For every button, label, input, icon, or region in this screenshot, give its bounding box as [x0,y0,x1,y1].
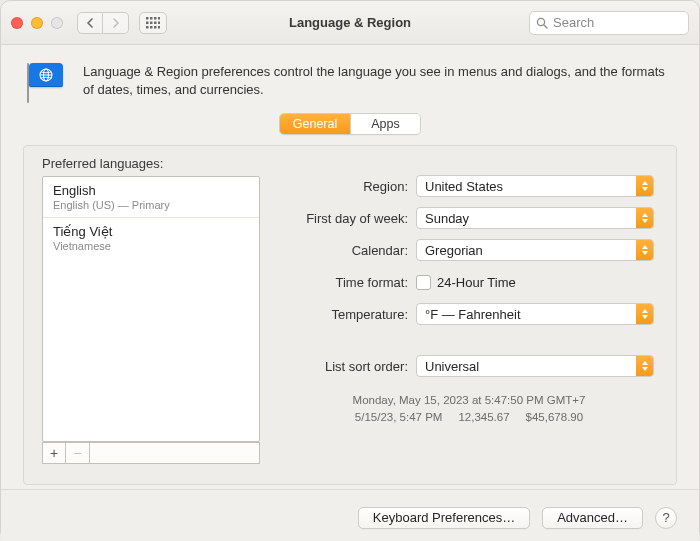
keyboard-preferences-button[interactable]: Keyboard Preferences… [358,507,530,529]
example-long-date: Monday, May 15, 2023 at 5:47:50 PM GMT+7 [284,392,654,409]
chevrons-updown-icon [636,240,653,260]
svg-rect-9 [150,26,153,29]
svg-rect-6 [154,21,157,24]
remove-language-button[interactable]: − [66,442,90,464]
example-currency: $45,678.90 [526,411,584,423]
language-name: English [53,183,249,198]
svg-rect-10 [154,26,157,29]
svg-rect-7 [158,21,160,24]
svg-line-13 [544,25,547,28]
search-placeholder: Search [553,15,594,30]
chevrons-updown-icon [636,304,653,324]
svg-rect-4 [146,21,149,24]
svg-rect-8 [146,26,149,29]
list-footer-bar [90,442,260,464]
add-language-button[interactable]: + [42,442,66,464]
preferred-languages-list[interactable]: English English (US) — Primary Tiếng Việ… [42,176,260,442]
svg-rect-1 [150,17,153,20]
calendar-label: Calendar: [284,243,416,258]
language-detail: English (US) — Primary [53,199,249,211]
first-day-popup[interactable]: Sunday [416,207,654,229]
region-popup[interactable]: United States [416,175,654,197]
general-panel: Preferred languages: English English (US… [23,145,677,485]
sort-order-popup[interactable]: Universal [416,355,654,377]
temperature-label: Temperature: [284,307,416,322]
language-name: Tiếng Việt [53,224,249,239]
show-all-button[interactable] [139,12,167,34]
back-button[interactable] [77,12,103,34]
chevrons-updown-icon [636,208,653,228]
grid-icon [146,17,160,29]
temperature-value: °F — Fahrenheit [425,307,521,322]
svg-rect-11 [158,26,160,29]
tab-general[interactable]: General [280,114,350,134]
globe-icon [37,66,55,84]
chevron-left-icon [86,18,94,28]
preferred-languages-label: Preferred languages: [42,156,163,171]
nav-back-forward [77,12,129,34]
chevrons-updown-icon [636,356,653,376]
pane-header: Language & Region preferences control th… [1,45,699,109]
close-window-button[interactable] [11,17,23,29]
svg-point-12 [537,18,544,25]
svg-rect-2 [154,17,157,20]
preferences-window: Language & Region Search Language & Regi… [0,0,700,541]
advanced-button[interactable]: Advanced… [542,507,643,529]
forward-button[interactable] [103,12,129,34]
pane-description: Language & Region preferences control th… [83,59,677,98]
language-detail: Vietnamese [53,240,249,252]
zoom-window-button[interactable] [51,17,63,29]
sort-order-value: Universal [425,359,479,374]
time-format-label: Time format: [284,275,416,290]
search-field[interactable]: Search [529,11,689,35]
24hour-checkbox-label: 24-Hour Time [437,275,516,290]
region-label: Region: [284,179,416,194]
settings-form: Region: United States First day of week:… [284,174,654,427]
svg-rect-5 [150,21,153,24]
first-day-label: First day of week: [284,211,416,226]
sort-order-label: List sort order: [284,359,416,374]
example-short-date: 5/15/23, 5:47 PM [355,411,443,423]
calendar-value: Gregorian [425,243,483,258]
svg-rect-3 [158,17,160,20]
chevrons-updown-icon [636,176,653,196]
temperature-popup[interactable]: °F — Fahrenheit [416,303,654,325]
list-item[interactable]: Tiếng Việt Vietnamese [43,217,259,258]
chevron-right-icon [112,18,120,28]
svg-rect-0 [146,17,149,20]
tab-apps[interactable]: Apps [350,114,420,134]
24hour-checkbox[interactable] [416,275,431,290]
calendar-popup[interactable]: Gregorian [416,239,654,261]
tab-bar: General Apps [1,109,699,145]
minimize-window-button[interactable] [31,17,43,29]
help-button[interactable]: ? [655,507,677,529]
list-item[interactable]: English English (US) — Primary [43,177,259,217]
first-day-value: Sunday [425,211,469,226]
footer: Keyboard Preferences… Advanced… ? [1,489,699,541]
example-number: 12,345.67 [458,411,509,423]
titlebar: Language & Region Search [1,1,699,45]
traffic-lights [11,17,63,29]
language-region-icon [23,59,67,103]
region-value: United States [425,179,503,194]
list-controls: + − [42,442,260,464]
format-examples: Monday, May 15, 2023 at 5:47:50 PM GMT+7… [284,392,654,427]
search-icon [536,17,548,29]
